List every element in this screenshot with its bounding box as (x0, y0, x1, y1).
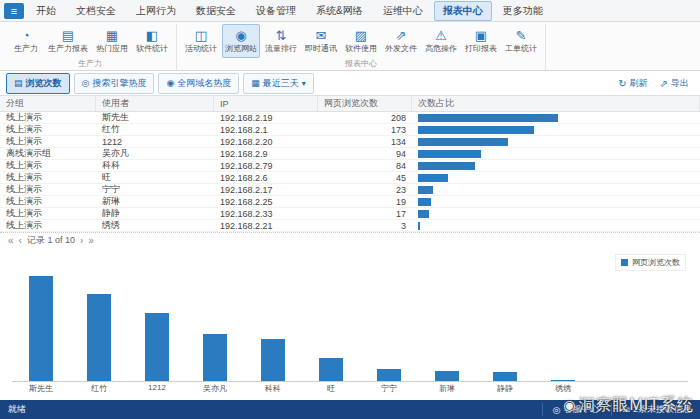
cell-ip: 192.168.2.6 (214, 173, 318, 183)
col-header-count[interactable]: 网页浏览次数 (318, 96, 412, 111)
ribbon-tab[interactable]: 系统&网络 (307, 1, 372, 21)
cell-ratio-bar (412, 222, 700, 230)
last-page-button[interactable]: » (88, 235, 94, 246)
cell-count: 3 (318, 221, 412, 231)
chart-bar-slot: 科科 (244, 270, 302, 381)
ribbon-button[interactable]: ⚠高危操作 (422, 24, 460, 58)
ribbon-tab[interactable]: 报表中心 (434, 1, 492, 21)
cell-group: 线上演示 (0, 219, 96, 232)
browse-count-table: 分组 使用者 IP 网页浏览次数 次数占比 线上演示斯先生192.168.2.1… (0, 96, 700, 232)
col-header-ip[interactable]: IP (214, 96, 318, 111)
browse-count-chart: 网页浏览次数 斯先生红竹1212吴亦凡科科旺宁宁新琳静静绣绣 (0, 248, 700, 398)
ribbon-button[interactable]: ▤生产力报表 (45, 24, 91, 58)
cell-count: 45 (318, 173, 412, 183)
chart-x-label: 斯先生 (29, 383, 53, 394)
cell-ratio-bar (412, 186, 700, 194)
next-page-button[interactable]: › (80, 235, 83, 246)
ribbon-tab[interactable]: 上网行为 (127, 1, 185, 21)
first-page-button[interactable]: « (8, 235, 14, 246)
ribbon-button[interactable]: ⇅流量排行 (262, 24, 300, 58)
ribbon-tab[interactable]: 运维中心 (374, 1, 432, 21)
chart-x-label: 红竹 (91, 383, 107, 394)
chart-bar[interactable] (493, 372, 517, 381)
ratio-bar (418, 114, 558, 122)
chart-bar-slot: 新琳 (418, 270, 476, 381)
status-right-items: ◎客服中心✉2条未接收信息 (542, 403, 692, 416)
ribbon-group-buttons: ◫活动统计◉浏览网站⇅流量排行✉即时通讯▨软件使用⇗外发文件⚠高危操作▣打印报表… (182, 24, 540, 58)
ribbon-group-buttons: ◔生产力▤生产力报表▦热门应用◧软件统计 (9, 24, 171, 58)
ribbon-button[interactable]: ▨软件使用 (342, 24, 380, 58)
sub-toolbar: ▤浏览次数◎搜索引擎热度◉全网域名热度 ▦ 最近三天 ▾ ↻刷新⇗导出 (0, 71, 700, 96)
cell-ratio-bar (412, 114, 700, 122)
status-item[interactable]: ◎客服中心 (542, 403, 600, 416)
chart-bar[interactable] (377, 369, 401, 381)
chart-bar[interactable] (87, 294, 111, 381)
ribbon-button[interactable]: ◉浏览网站 (222, 24, 260, 58)
chart-bar[interactable] (435, 371, 459, 381)
instant-message-icon: ✉ (316, 28, 327, 43)
ribbon-tab[interactable]: 更多功能 (494, 1, 552, 21)
ribbon-button[interactable]: ✉即时通讯 (302, 24, 340, 58)
chart-bar[interactable] (203, 334, 227, 381)
time-filter-dropdown[interactable]: ▦ 最近三天 ▾ (243, 73, 314, 94)
subtab-button[interactable]: ▤浏览次数 (6, 73, 70, 94)
ratio-bar (418, 198, 431, 206)
ribbon-button-label: 工单统计 (505, 43, 537, 54)
productivity-report-icon: ▤ (62, 28, 74, 43)
ticket-stats-icon: ✎ (516, 28, 527, 43)
chart-bar[interactable] (551, 380, 575, 382)
ribbon-tabs: 开始文档安全上网行为数据安全设备管理系统&网络运维中心报表中心更多功能 (27, 1, 552, 21)
software-stats-icon: ◧ (146, 28, 158, 43)
software-usage-icon: ▨ (355, 28, 367, 43)
export-button[interactable]: ⇗导出 (655, 74, 694, 93)
chart-bar[interactable] (261, 339, 285, 381)
prev-page-button[interactable]: ‹ (19, 235, 22, 246)
ratio-bar (418, 126, 534, 134)
cell-count: 173 (318, 125, 412, 135)
ribbon-tab[interactable]: 开始 (27, 1, 65, 21)
print-report-icon: ▣ (475, 28, 487, 43)
subtab-button[interactable]: ◉全网域名热度 (158, 73, 239, 94)
col-header-ratio[interactable]: 次数占比 (412, 96, 700, 111)
chart-x-label: 1212 (148, 383, 166, 392)
refresh-button[interactable]: ↻刷新 (613, 74, 652, 93)
cell-user: 绣绣 (96, 219, 214, 232)
ribbon-button[interactable]: ▣打印报表 (462, 24, 500, 58)
table-body: 线上演示斯先生192.168.2.19208线上演示红竹192.168.2.11… (0, 112, 700, 232)
chart-bar[interactable] (145, 313, 169, 381)
calendar-icon: ▦ (251, 78, 260, 88)
ribbon-button[interactable]: ▦热门应用 (93, 24, 131, 58)
pagination-text: 记录 1 of 10 (27, 234, 75, 247)
col-header-user[interactable]: 使用者 (96, 96, 214, 111)
ribbon-tab[interactable]: 数据安全 (187, 1, 245, 21)
menu-icon: ≡ (11, 5, 17, 17)
table-row[interactable]: 线上演示绣绣192.168.2.213 (0, 220, 700, 232)
chart-bar-slot: 红竹 (70, 270, 128, 381)
ribbon-button[interactable]: ✎工单统计 (502, 24, 540, 58)
ribbon-button-label: 软件统计 (136, 43, 168, 54)
ribbon-button[interactable]: ◫活动统计 (182, 24, 220, 58)
subtab-label: 全网域名热度 (177, 77, 231, 90)
table-row[interactable]: 线上演示红竹192.168.2.1173 (0, 124, 700, 136)
chart-bar-slot: 绣绣 (534, 270, 592, 381)
subtab-button[interactable]: ◎搜索引擎热度 (74, 73, 155, 94)
chart-x-label: 静静 (497, 383, 513, 394)
chart-bar-slot: 1212 (128, 270, 186, 381)
col-header-group[interactable]: 分组 (0, 96, 96, 111)
ribbon-button[interactable]: ⇗外发文件 (382, 24, 420, 58)
ribbon-group: ◫活动统计◉浏览网站⇅流量排行✉即时通讯▨软件使用⇗外发文件⚠高危操作▣打印报表… (177, 24, 546, 70)
ribbon-button[interactable]: ◔生产力 (9, 24, 43, 58)
ratio-bar (418, 150, 481, 158)
ribbon-button-label: 高危操作 (425, 43, 457, 54)
chart-bar[interactable] (319, 358, 343, 381)
chart-bar[interactable] (29, 276, 53, 381)
ribbon-button[interactable]: ◧软件统计 (133, 24, 171, 58)
hot-apps-icon: ▦ (106, 28, 118, 43)
browse-websites-icon: ◉ (235, 28, 246, 43)
ribbon-button-label: 浏览网站 (225, 43, 257, 54)
status-item[interactable]: ✉2条未接收信息 (611, 403, 692, 416)
app-menu-button[interactable]: ≡ (4, 3, 24, 19)
ribbon-tab[interactable]: 设备管理 (247, 1, 305, 21)
ribbon-tab[interactable]: 文档安全 (67, 1, 125, 21)
refresh-icon: ↻ (618, 78, 626, 89)
